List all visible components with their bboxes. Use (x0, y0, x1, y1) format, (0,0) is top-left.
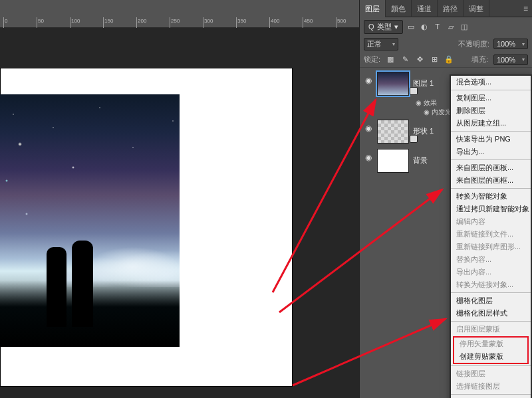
cm-export-content: 导出内容... (451, 266, 531, 278)
cm-edit-content: 编辑内容 (451, 215, 531, 228)
opacity-label: 不透明度: (458, 39, 489, 49)
chevron-down-icon: ▾ (522, 56, 525, 62)
filter-shape-icon[interactable]: ▱ (446, 21, 456, 32)
chevron-down-icon: ▾ (394, 23, 398, 31)
canvas-area[interactable] (0, 28, 359, 398)
layer-thumbnail[interactable] (377, 149, 409, 173)
layer-name[interactable]: 背景 (413, 155, 428, 165)
lock-label: 锁定: (364, 54, 380, 64)
mask-badge-icon (410, 135, 418, 143)
blend-mode-select[interactable]: 正常 ▾ (364, 38, 398, 50)
cm-blend-options[interactable]: 混合选项... (451, 76, 531, 88)
opacity-input[interactable]: 100% ▾ (493, 39, 528, 49)
document-image (0, 94, 180, 347)
cm-new-smart-copy[interactable]: 通过拷贝新建智能对象 (451, 203, 531, 215)
cm-rasterize[interactable]: 栅格化图层 (451, 294, 531, 307)
cm-relink-file: 重新链接到文件... (451, 228, 531, 241)
filter-image-icon[interactable]: ▭ (406, 21, 416, 32)
horizontal-ruler: 0 50 100 150 200 250 300 350 400 450 500 (0, 17, 359, 28)
cm-to-linked: 转换为链接对象... (451, 278, 531, 291)
cm-export-as[interactable]: 导出为... (451, 146, 531, 158)
cm-quick-export-png[interactable]: 快速导出为 PNG (451, 133, 531, 146)
cm-disable-vector-mask: 停用矢量蒙版 (454, 338, 527, 350)
cm-replace-content: 替换内容... (451, 253, 531, 266)
blend-opacity-row: 正常 ▾ 不透明度: 100% ▾ (360, 36, 532, 52)
tab-colors[interactable]: 颜色 (386, 0, 412, 17)
lock-artboard-icon[interactable]: ⊞ (430, 55, 439, 64)
filter-adjust-icon[interactable]: ◐ (419, 21, 430, 32)
layer-type-filter[interactable]: Q 类型 ▾ (364, 20, 403, 34)
cm-to-smart[interactable]: 转换为智能对象 (451, 190, 531, 203)
chevron-down-icon: ▾ (392, 41, 395, 47)
mask-badge-icon (410, 87, 418, 95)
layer-filter-row: Q 类型 ▾ ▭ ◐ T ▱ ◫ (360, 17, 532, 36)
opacity-value: 100% (497, 40, 515, 48)
visibility-toggle[interactable]: ◉ (364, 124, 373, 133)
visibility-toggle[interactable]: ◉ (364, 153, 373, 162)
cm-copy-layer[interactable]: 复制图层... (451, 92, 531, 104)
panel-menu-icon[interactable]: ≡ (519, 4, 532, 13)
layer-thumbnail[interactable] (377, 72, 409, 96)
lock-row: 锁定: ▩ ✎ ✥ ⊞ 🔒 填充: 100% ▾ (360, 52, 532, 68)
layer-context-menu: 混合选项... 复制图层... 删除图层 从图层建立组... 快速导出为 PNG… (450, 74, 532, 398)
filter-text-icon[interactable]: T (432, 21, 443, 32)
filter-smart-icon[interactable]: ◫ (459, 21, 469, 32)
cm-select-linked: 选择链接图层 (451, 380, 531, 393)
cm-group-from[interactable]: 从图层建立组... (451, 117, 531, 130)
tab-layers[interactable]: 图层 (360, 0, 386, 17)
tab-channels[interactable]: 通道 (412, 0, 438, 17)
blend-mode-value: 正常 (367, 39, 382, 49)
fill-input[interactable]: 100% ▾ (493, 54, 528, 65)
lock-all-icon[interactable]: 🔒 (444, 55, 454, 64)
chevron-down-icon: ▾ (522, 41, 525, 47)
lock-pixels-icon[interactable]: ▩ (386, 55, 395, 64)
tab-adjustments[interactable]: 调整 (464, 0, 489, 17)
annotation-highlight: 停用矢量蒙版 创建剪贴蒙版 (453, 336, 529, 364)
layer-thumbnail[interactable] (377, 120, 409, 144)
filter-prefix: Q (368, 23, 374, 31)
cm-relink-lib: 重新链接到库图形... (451, 241, 531, 253)
cm-frame-from[interactable]: 来自图层的画框... (451, 174, 531, 187)
cm-rasterize-style[interactable]: 栅格化图层样式 (451, 307, 531, 320)
cm-delete-layer[interactable]: 删除图层 (451, 104, 531, 117)
lock-position-icon[interactable]: ✥ (415, 55, 424, 64)
fill-value: 100% (497, 56, 515, 64)
lock-brush-icon[interactable]: ✎ (400, 55, 410, 64)
cm-link-layers: 链接图层 (451, 367, 531, 380)
fill-label: 填充: (471, 54, 488, 64)
cm-artboard-from[interactable]: 来自图层的画板... (451, 161, 531, 174)
filter-label: 类型 (377, 22, 392, 32)
cm-enable-layer-mask: 启用图层蒙版 (451, 323, 531, 336)
cm-create-clip-mask[interactable]: 创建剪贴蒙版 (454, 350, 527, 363)
tab-paths[interactable]: 路径 (438, 0, 464, 17)
visibility-toggle[interactable]: ◉ (364, 76, 373, 85)
panel-tabs: 图层 颜色 通道 路径 调整 ≡ (360, 0, 532, 17)
